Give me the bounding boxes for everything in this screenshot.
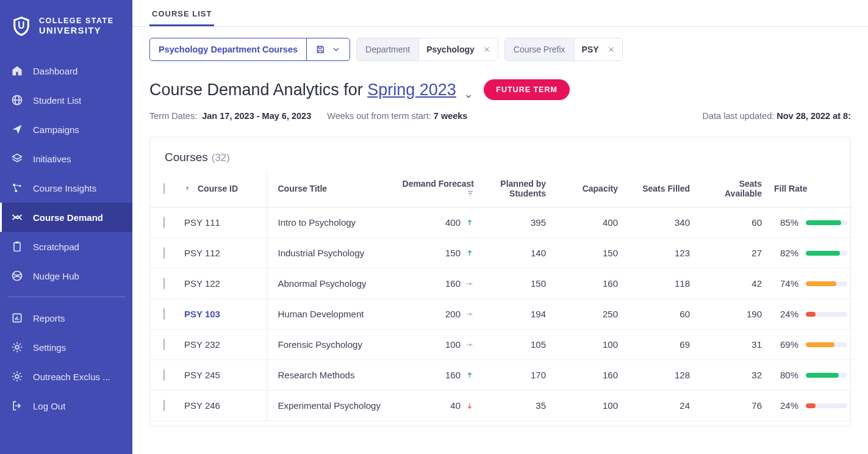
cell-capacity: 100 <box>552 391 624 421</box>
row-checkbox[interactable] <box>163 308 165 320</box>
sidebar-item-course-insights[interactable]: Course Insights <box>0 173 132 203</box>
fill-bar <box>806 251 847 256</box>
cell-filled: 123 <box>624 238 696 268</box>
sidebar-item-dashboard[interactable]: Dashboard <box>0 56 132 85</box>
close-icon[interactable] <box>483 46 490 53</box>
sidebar-item-reports[interactable]: Reports <box>0 303 132 333</box>
filter-chip-value: Psychology <box>418 38 498 60</box>
row-checkbox[interactable] <box>163 400 165 411</box>
cell-course-title: Intro to Psychology <box>267 207 389 238</box>
chevron-down-icon[interactable] <box>464 86 473 95</box>
row-checkbox[interactable] <box>163 369 165 381</box>
trend-up-icon <box>465 218 474 227</box>
saved-filter[interactable]: Psychology Department Courses <box>149 38 350 61</box>
col-filled[interactable]: Seats Filled <box>624 170 696 207</box>
table-row[interactable]: PSY 232 Forensic Psychology 100 105 100 … <box>150 330 853 360</box>
row-checkbox[interactable] <box>163 247 165 259</box>
col-planned[interactable]: Planned by Students <box>480 170 552 207</box>
cell-demand: 200 <box>389 299 480 330</box>
cell-course-title: Abnormal Psychology <box>267 268 389 299</box>
last-updated: Data last updated: Nov 28, 2022 at 8: <box>703 111 851 121</box>
table-row[interactable]: PSY 246 Experimental Psychology 40 35 10… <box>150 391 853 421</box>
cell-capacity: 250 <box>552 299 624 330</box>
table-row[interactable]: PSY 103 Human Development 200 194 250 60… <box>150 299 853 330</box>
table-row[interactable]: PSY 111 Intro to Psychology 400 395 400 … <box>150 207 853 238</box>
globe-icon <box>11 94 23 106</box>
col-course-title[interactable]: Course Title <box>267 170 389 207</box>
table-row[interactable]: PSY 245 Research Methods 160 170 160 128… <box>150 360 853 391</box>
table-row[interactable]: PSY 112 Industrial Psychology 150 140 15… <box>150 238 853 268</box>
cell-fill-rate: 82% <box>768 238 853 268</box>
sidebar-item-campaigns[interactable]: Campaigns <box>0 115 132 144</box>
col-course-id[interactable]: Course ID <box>178 170 267 207</box>
filter-sort-icon <box>467 190 474 197</box>
tab-bar: COURSE LIST <box>132 0 868 27</box>
tab-course-list[interactable]: COURSE LIST <box>149 9 214 26</box>
sidebar-item-scratchpad[interactable]: Scratchpad <box>0 232 132 261</box>
cell-course-title: Industrial Psychology <box>267 238 389 268</box>
sidebar-item-label: Scratchpad <box>33 242 79 252</box>
sidebar-item-initiatives[interactable]: Initiatives <box>0 144 132 173</box>
gear-icon <box>11 370 23 383</box>
cell-planned: 395 <box>480 207 552 238</box>
main: COURSE LIST Psychology Department Course… <box>132 0 868 454</box>
fill-bar <box>806 281 847 286</box>
cell-fill-rate: 80% <box>768 360 853 391</box>
table-row[interactable]: PSY 122 Abnormal Psychology 160 150 160 … <box>150 268 853 299</box>
trend-icon <box>11 211 23 223</box>
cell-planned: 140 <box>480 238 552 268</box>
page-title: Course Demand Analytics for Spring 2023 <box>149 81 473 99</box>
cell-available: 32 <box>696 360 768 391</box>
sidebar-item-label: Nudge Hub <box>33 271 79 281</box>
row-checkbox[interactable] <box>163 339 165 350</box>
trend-flat-icon <box>465 340 474 349</box>
cell-course-title: Human Development <box>267 299 389 330</box>
logout-icon <box>11 400 23 412</box>
card-title: Courses <box>165 151 208 164</box>
term-dates: Term Dates: Jan 17, 2023 - May 6, 2023 <box>149 111 311 121</box>
sidebar-item-course-demand[interactable]: Course Demand <box>0 203 132 232</box>
sidebar-item-label: Course Demand <box>33 212 103 223</box>
col-fill-rate[interactable]: Fill Rate <box>768 170 853 207</box>
select-all-checkbox[interactable] <box>163 183 165 194</box>
title-prefix: Course Demand Analytics for <box>149 81 367 99</box>
saved-filter-actions[interactable] <box>306 38 350 60</box>
home-icon <box>11 65 23 77</box>
cell-planned: 170 <box>480 360 552 391</box>
filter-chip-department[interactable]: DepartmentPsychology <box>356 38 498 61</box>
sidebar-item-label: Campaigns <box>33 124 79 135</box>
brand-shield-icon <box>11 15 32 38</box>
close-icon[interactable] <box>608 46 615 53</box>
saved-filter-label: Psychology Department Courses <box>150 38 306 60</box>
weeks-out: Weeks out from term start: 7 weeks <box>327 111 467 121</box>
term-selector[interactable]: Spring 2023 <box>367 81 456 99</box>
sidebar-item-log-out[interactable]: Log Out <box>0 391 132 420</box>
row-checkbox[interactable] <box>163 217 165 228</box>
save-icon <box>315 45 325 54</box>
cell-demand: 400 <box>389 207 480 238</box>
courses-table: Course ID Course Title Demand Forecast P… <box>150 170 853 421</box>
sidebar-item-label: Course Insights <box>33 183 96 193</box>
filter-chip-course-prefix[interactable]: Course PrefixPSY <box>504 38 623 61</box>
col-demand[interactable]: Demand Forecast <box>389 170 480 207</box>
cell-available: 60 <box>696 207 768 238</box>
col-available[interactable]: Seats Available <box>696 170 768 207</box>
cell-available: 190 <box>696 299 768 330</box>
fill-bar <box>806 342 847 347</box>
sidebar-item-student-list[interactable]: Student List <box>0 85 132 115</box>
brand: COLLEGE STATE UNIVERSITY <box>0 0 132 56</box>
row-checkbox[interactable] <box>163 278 165 289</box>
cell-demand: 160 <box>389 360 480 391</box>
cell-course-id: PSY 112 <box>178 238 267 268</box>
brand-text: COLLEGE STATE UNIVERSITY <box>39 16 114 35</box>
cell-course-id: PSY 103 <box>178 299 267 330</box>
courses-card: Courses (32) Course ID Course Title Dema… <box>149 137 851 427</box>
sidebar-item-settings[interactable]: Settings <box>0 333 132 362</box>
sidebar-item-outreach-exclus-[interactable]: Outreach Exclus ... <box>0 362 132 391</box>
trend-flat-icon <box>465 279 474 288</box>
sidebar-item-nudge-hub[interactable]: Nudge Hub <box>0 261 132 290</box>
col-capacity[interactable]: Capacity <box>552 170 624 207</box>
send-icon <box>11 123 23 135</box>
cell-planned: 105 <box>480 330 552 360</box>
cell-capacity: 400 <box>552 207 624 238</box>
